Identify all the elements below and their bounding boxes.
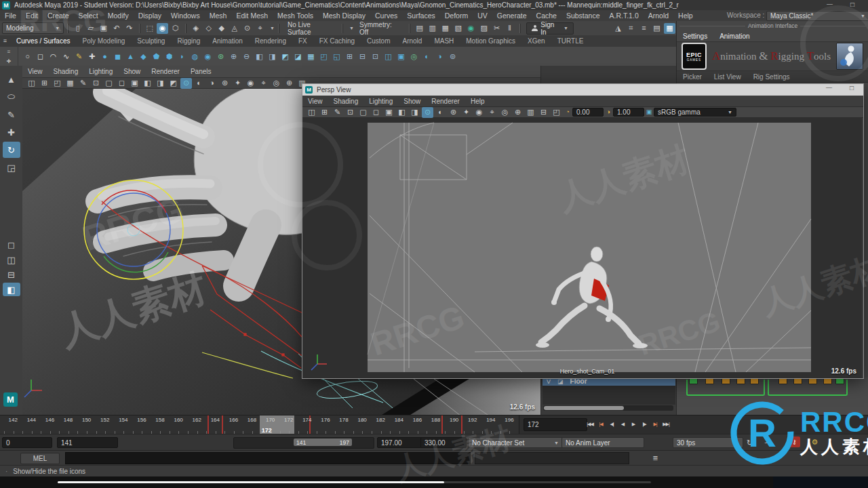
color-space-selector[interactable]: sRGB gamma▼	[654, 108, 736, 117]
shelf-icon[interactable]: ⊕	[228, 51, 239, 62]
persp-toolbar-icon[interactable]: ◻	[370, 107, 382, 118]
menu-item[interactable]: Mesh Display	[318, 12, 370, 20]
select-hierarchy-icon[interactable]: ⬚	[144, 23, 155, 34]
animation-interface-icon[interactable]: ▦	[664, 23, 675, 34]
persp-toolbar-icon[interactable]: ⊟	[538, 107, 549, 118]
sign-in-button[interactable]: Sign In ▼	[526, 22, 574, 35]
shelf-tab[interactable]: Rigging	[171, 37, 206, 45]
workspace-selector[interactable]: Maya Classic*▼	[766, 11, 868, 21]
make-live-icon[interactable]: ⌖	[254, 23, 266, 34]
current-frame-field[interactable]: 172	[524, 418, 587, 431]
playback-start-field[interactable]: 141	[57, 437, 118, 448]
shelf-icon[interactable]: ◨	[267, 51, 278, 62]
anim-layer-selector[interactable]: No Anim Layer	[561, 437, 644, 448]
menu-set-selector[interactable]: Modeling▼	[2, 22, 64, 34]
shelf-icon[interactable]: ✚	[86, 51, 98, 62]
viewport-menu-item[interactable]: Shading	[48, 68, 84, 75]
viewport-toolbar-icon[interactable]: ✦	[232, 78, 243, 89]
persp-toolbar-icon[interactable]: ◎	[499, 107, 511, 118]
new-scene-icon[interactable]: ▯	[72, 23, 83, 34]
viewport-toolbar-icon[interactable]: ◎	[271, 78, 282, 89]
viewport-toolbar-icon[interactable]: ◫	[26, 78, 37, 89]
shelf-tab[interactable]: FX	[292, 37, 313, 45]
shelf-icon[interactable]: ▣	[395, 51, 407, 62]
menu-item[interactable]: A.R.T.1.0	[605, 12, 644, 20]
menu-item[interactable]: Display	[134, 12, 166, 20]
layer-visibility-toggle[interactable]: V	[547, 378, 551, 385]
timeline-ruler[interactable]: 1721421441461481501521541561581601621641…	[0, 415, 519, 434]
live-surface-field[interactable]: No Live Surface	[282, 21, 338, 36]
shelf-tab[interactable]: Poly Modeling	[76, 37, 131, 45]
render-view-icon[interactable]: ◉	[465, 23, 477, 34]
viewport-toolbar-icon[interactable]: ◑	[206, 78, 218, 89]
persp-toolbar-icon[interactable]: ⊞	[319, 107, 330, 118]
play-backwards-button[interactable]: ◀	[617, 419, 628, 430]
viewport-toolbar-icon[interactable]: ✎	[77, 78, 89, 89]
menu-item[interactable]: Substance	[561, 12, 605, 20]
viewport-toolbar-icon[interactable]: ⌖	[258, 78, 269, 89]
shelf-icon[interactable]: ◉	[202, 51, 214, 62]
shelf-icon[interactable]: ▦	[305, 51, 317, 62]
render-texture-icon[interactable]: ▧	[452, 23, 464, 34]
next-key-button[interactable]: ▶|	[650, 419, 660, 430]
shelf-icon[interactable]: ◑	[434, 51, 446, 62]
viewport-toolbar-icon[interactable]: ▣	[129, 78, 140, 89]
persp-toolbar-icon[interactable]: ◐	[435, 107, 446, 118]
viewport-toolbar-icon[interactable]: ◻	[116, 78, 127, 89]
minimize-button[interactable]: —	[826, 84, 832, 91]
prev-frame-button[interactable]: ◀|	[606, 419, 617, 430]
pause-icon[interactable]: ‖	[504, 23, 515, 34]
shelf-tab[interactable]: Animation	[206, 37, 248, 45]
viewport-toolbar-icon[interactable]: ▢	[103, 78, 115, 89]
viewport-menu-item[interactable]: View	[22, 68, 48, 75]
viewport-toolbar-icon[interactable]: ⊙	[180, 78, 192, 89]
persp-toolbar-icon[interactable]: ▢	[357, 107, 369, 118]
undo-icon[interactable]: ↶	[111, 23, 122, 34]
shelf-icon[interactable]: ⊚	[447, 51, 458, 62]
exposure-icon[interactable]: ◔	[564, 107, 572, 118]
viewport-toolbar-icon[interactable]: ⊡	[90, 78, 102, 89]
shelf-tab[interactable]: Curves / Surfaces	[10, 37, 76, 45]
viewport-toolbar-icon[interactable]: ◰	[52, 78, 63, 89]
menu-item[interactable]: Mesh	[205, 12, 232, 20]
shelf-icon[interactable]: ▲	[125, 51, 136, 62]
shelf-icon[interactable]: ◫	[382, 51, 394, 62]
menu-item[interactable]: UV	[473, 12, 492, 20]
menu-item[interactable]: Cache	[532, 12, 561, 20]
shelf-tab[interactable]: Arnold	[396, 37, 428, 45]
viewport-toolbar-icon[interactable]: ◉	[245, 78, 256, 89]
layer-color-swatch[interactable]: ◪	[557, 378, 564, 385]
shelf-icon[interactable]: ◪	[292, 51, 304, 62]
menu-item[interactable]: File	[0, 12, 21, 20]
art-sub-tab[interactable]: Picker	[677, 73, 708, 81]
snap-view-plane-icon[interactable]: ⊙	[241, 23, 253, 34]
horizontal-scrollbar[interactable]	[543, 405, 673, 411]
shelf-icon[interactable]: ◼	[112, 51, 123, 62]
art-sub-tab[interactable]: List View	[708, 73, 747, 81]
persp-toolbar-icon[interactable]: ⊛	[448, 107, 459, 118]
snap-point-icon[interactable]: ◆	[216, 23, 227, 34]
color-management-icon[interactable]: ▣	[645, 107, 653, 118]
render-paint-icon[interactable]: ▦	[439, 23, 451, 34]
animation-preferences-icon[interactable]: ⚙	[809, 436, 821, 447]
shelf-icon[interactable]: ⊟	[357, 51, 368, 62]
select-tool-icon[interactable]: ▲	[3, 71, 20, 87]
persp-view-window[interactable]: M Persp View — □ ViewShadingLightingShow…	[302, 83, 864, 379]
menu-item[interactable]: Select	[74, 12, 103, 20]
persp-menu-item[interactable]: Show	[398, 98, 426, 105]
shelf-tab[interactable]: Motion Graphics	[460, 37, 521, 45]
persp-toolbar-icon[interactable]: ⌖	[486, 107, 498, 118]
range-slider-handle[interactable]: 141 197	[294, 439, 352, 446]
select-object-icon[interactable]: ◉	[157, 23, 168, 34]
range-slider[interactable]: 141 197	[233, 437, 374, 449]
persp-canvas[interactable]	[302, 118, 862, 378]
gamma-field[interactable]: 1.00	[613, 108, 644, 117]
menu-item[interactable]: Edit Mesh	[231, 12, 273, 20]
shelf-icon[interactable]: ◆	[138, 51, 149, 62]
shelf-add-icon[interactable]: ✚	[7, 58, 12, 64]
viewport-toolbar-icon[interactable]: ◧	[142, 78, 153, 89]
shelf-menu-icon[interactable]: ≡	[1, 36, 9, 47]
persp-toolbar-icon[interactable]: ✦	[460, 107, 472, 118]
shelf-icon[interactable]: ⊞	[344, 51, 355, 62]
layout-single-icon[interactable]: ◻	[3, 238, 20, 251]
